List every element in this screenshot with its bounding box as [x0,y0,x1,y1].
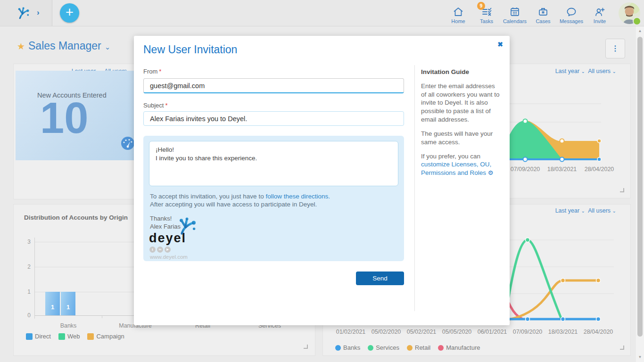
topbar: › + Home 9 Tasks [0,0,644,26]
guide-paragraph-1: Enter the email addresses of all coworke… [421,82,501,124]
legend-dot [368,345,373,351]
legend-item[interactable]: Retail [407,344,430,351]
bar-banks-direct[interactable]: 1 [45,292,60,315]
page-menu-button[interactable]: ⋮ [605,39,625,58]
favorite-star-icon[interactable]: ★ [17,41,25,52]
scroll-down-icon[interactable]: ▼ [636,354,644,361]
home-icon [453,6,464,17]
directions-link[interactable]: follow these directions. [265,193,330,200]
page-scrollbar[interactable]: ▲ ▼ [636,26,644,362]
from-label: From* [143,68,161,75]
x-label: Banks [60,322,77,329]
stat-value: 10 [40,93,88,143]
x-label: 05/02/2020 [372,329,401,335]
nav-cases[interactable]: Cases [529,0,557,26]
app-screen: › + Home 9 Tasks [0,0,644,362]
legend-swatch [87,333,94,340]
nav-tasks[interactable]: 9 Tasks [472,0,501,26]
linkedin-icon[interactable]: in [157,247,163,253]
x-label: 07/09/2020 [513,329,543,335]
legend-item[interactable]: Campaign [87,333,124,340]
gauge-icon [120,136,135,151]
legend-label: Retail [415,344,430,351]
close-icon[interactable]: ✖ [497,41,503,48]
top-navigation: Home 9 Tasks [444,0,614,26]
y-tick: 3 [17,239,31,245]
note-line2: After accepting you will have access to … [150,201,317,208]
guide-paragraph-2: The guests will have your same access. [421,130,501,147]
page-title-label: Sales Manager [28,40,101,52]
scroll-up-icon[interactable]: ▲ [636,27,644,35]
create-new-button[interactable]: + [60,3,79,23]
subject-label-text: Subject [143,102,164,109]
legend-swatch [26,333,33,340]
invitation-note: To accept this invitation, you just have… [150,193,398,209]
guide-paragraph-3: If you prefer, you can customize License… [421,152,501,177]
legend-label: Services [376,344,399,351]
social-icons: t in ▶ [149,247,398,253]
scrollbar-thumb[interactable] [637,37,643,337]
y-tick: 0 [17,312,31,319]
nav-home[interactable]: Home [444,0,472,26]
legend-item[interactable]: Direct [26,333,51,340]
send-button[interactable]: Send [356,272,404,285]
twitter-icon[interactable]: t [149,247,156,253]
required-mark: * [165,102,167,109]
divider [414,65,415,311]
stat-tile[interactable]: New Accounts Entered 10 [16,71,135,160]
x-label: 07/09/2020 [511,166,540,173]
note-prefix: To accept this invitation, you just have… [150,193,265,200]
page-title[interactable]: Sales Manager⌄ [28,40,110,52]
subject-input[interactable] [143,111,404,126]
nav-messages-label: Messages [560,18,583,24]
gear-icon[interactable]: ⚙ [488,169,494,176]
message-textarea[interactable]: ¡Hello! I invite you to share this exper… [149,141,398,186]
nav-invite[interactable]: Invite [586,0,614,26]
y-tick: 1 [17,288,31,295]
bar-value-label: 1 [66,304,70,311]
card-resize-handle[interactable] [304,345,308,349]
new-user-invitation-dialog: New User Invitation ✖ From* Subject* ¡He… [134,36,510,325]
sidebar-expand-icon[interactable]: › [37,8,40,17]
x-label: 05/05/2020 [442,329,472,335]
subject-label: Subject* [143,102,167,109]
x-label: 28/04/2020 [584,329,613,335]
chart-legend: Banks Services Retail Manufacture [335,344,488,351]
message-icon [566,6,577,17]
customize-link[interactable]: customize Licenses, OU, Permissions and … [421,161,491,176]
x-label: 05/02/2021 [407,329,437,335]
card-resize-handle[interactable] [620,188,624,192]
brand-area: › [0,0,52,26]
website-url: www.deyel.com [150,254,398,260]
x-label: 18/03/2021 [547,166,577,173]
legend-label: Manufacture [446,344,480,351]
legend-swatch [58,333,65,340]
deyel-logo-icon[interactable] [17,6,30,19]
nav-calendars[interactable]: Calendars [501,0,529,26]
x-label: 01/02/2021 [336,329,366,335]
briefcase-icon [537,6,549,17]
bar-banks-web[interactable]: 1 [61,292,75,315]
nav-messages[interactable]: Messages [557,0,586,26]
card-resize-handle[interactable] [620,346,624,350]
x-label: 06/01/2021 [478,329,507,335]
legend-item[interactable]: Banks [335,344,360,351]
chart-legend: Direct Web Campaign [26,333,132,340]
youtube-icon[interactable]: ▶ [165,247,171,253]
chevron-down-icon: ⌄ [105,43,111,51]
x-label: 28/04/2020 [585,166,614,173]
legend-item[interactable]: Manufacture [438,344,480,351]
from-label-text: From [143,68,157,75]
nav-invite-label: Invite [594,18,606,24]
legend-dot [335,345,341,351]
tasks-badge: 9 [477,2,485,10]
online-status-dot [633,17,641,25]
legend-item[interactable]: Services [368,344,399,351]
deyel-logo-icon [176,216,200,235]
legend-item[interactable]: Web [58,333,80,340]
dialog-title: New User Invitation [143,43,237,56]
legend-label: Banks [343,344,360,351]
legend-label: Campaign [96,333,124,340]
y-tick: 2 [17,263,31,270]
from-input[interactable] [143,78,404,93]
